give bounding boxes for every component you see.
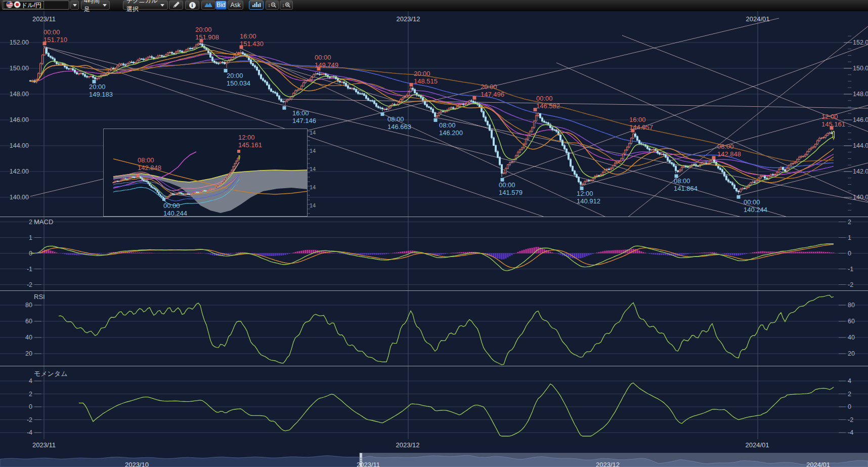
ask-button[interactable]: Ask <box>228 1 243 10</box>
zoom-out-icon: ↕ <box>268 2 277 8</box>
zoom-out-button[interactable]: ↕ <box>266 1 279 10</box>
macd-tick-left: 2 <box>12 219 32 226</box>
price-axis-label-right: 152.00 <box>853 39 868 46</box>
rsi-canvas[interactable] <box>0 291 868 366</box>
svg-text:14: 14 <box>310 202 316 208</box>
inset-annotation: 08:00142.848 <box>138 156 161 172</box>
price-axis-label-left: 152.00 <box>3 39 29 46</box>
price-annotation: 00:00149.749 <box>315 54 338 69</box>
macd-tick-left: -1 <box>12 266 32 273</box>
navigator-month-label: 2023/10 <box>125 461 149 467</box>
price-axis-label-right: 142.00 <box>853 168 868 175</box>
price-annotation: 00:00146.582 <box>536 95 560 110</box>
navigator-month-label: 2023/12 <box>596 461 620 467</box>
us-flag-icon <box>6 1 13 10</box>
panel-divider <box>0 366 868 366</box>
bid-button[interactable]: Bid <box>215 1 227 10</box>
price-annotation: 16:00147.146 <box>292 109 316 124</box>
technical-select-label: テクニカル選択 <box>126 0 158 14</box>
rsi-tick-right: 40 <box>848 334 863 341</box>
info-button[interactable]: i <box>185 1 199 10</box>
price-axis-label-right: 148.00 <box>853 91 868 98</box>
price-annotation: 08:00146.663 <box>387 115 411 131</box>
price-annotation: 00:00151.710 <box>44 28 67 44</box>
rsi-title: RSI <box>34 293 95 301</box>
month-label-bottom: 2024/01 <box>737 441 777 449</box>
price-annotation: 00:00140.244 <box>744 198 767 214</box>
area-chart-button[interactable] <box>201 1 215 10</box>
chevron-down-icon <box>103 4 107 7</box>
price-annotation: 20:00151.908 <box>195 26 219 41</box>
zoom-in-button[interactable]: ↕ <box>280 1 293 10</box>
price-axis-label-right: 150.00 <box>853 65 868 72</box>
price-annotation: 12:00145.161 <box>821 113 845 128</box>
macd-tick-right: 2 <box>848 219 863 226</box>
price-annotation: 20:00147.496 <box>481 83 504 98</box>
svg-text:14: 14 <box>310 184 316 190</box>
price-annotation: 20:00150.034 <box>227 72 250 87</box>
momentum-canvas[interactable] <box>0 366 868 453</box>
timeframe-select[interactable]: 4時間足 <box>81 1 110 10</box>
price-axis-label-right: 146.00 <box>853 116 868 123</box>
chevron-down-icon <box>160 4 164 7</box>
navigator-month-label: 2023/11 <box>357 461 380 467</box>
svg-text:14: 14 <box>310 148 316 154</box>
info-icon: i <box>189 2 196 9</box>
price-annotation: 20:00148.515 <box>414 70 438 85</box>
rsi-tick-right: 20 <box>848 350 863 357</box>
timeframe-label: 4時間足 <box>84 0 101 14</box>
price-annotation: 00:00141.579 <box>499 181 523 196</box>
momentum-tick-right: 4 <box>848 377 863 385</box>
macd-tick-right: -1 <box>848 266 863 273</box>
month-label-top: 2023/12 <box>388 15 428 23</box>
momentum-tick-left: -2 <box>12 416 32 423</box>
fx-chart-app: ドル/円 4時間足 テクニカル選択 i Bid <box>0 0 868 467</box>
price-axis-label-left: 150.00 <box>3 65 29 72</box>
bid-label: Bid <box>216 2 225 9</box>
price-axis-label-left: 146.00 <box>3 116 29 123</box>
rsi-tick-left: 80 <box>12 302 32 309</box>
momentum-tick-left: 2 <box>12 391 32 398</box>
pencil-icon <box>172 1 180 10</box>
macd-tick-right: 0 <box>848 250 863 257</box>
macd-tick-right: 1 <box>848 234 863 241</box>
svg-text:14: 14 <box>310 130 316 136</box>
toolbar: ドル/円 4時間足 テクニカル選択 i Bid <box>0 0 868 11</box>
currency-pair-label: ドル/円 <box>21 1 41 10</box>
macd-tick-right: -2 <box>848 281 863 288</box>
momentum-title: モメンタム <box>34 370 105 377</box>
momentum-tick-left: 0 <box>12 403 32 410</box>
timeline-navigator[interactable]: 2023/102023/112023/122024/01 <box>0 453 868 467</box>
navigator-month-label: 2024/01 <box>806 461 830 467</box>
price-annotation: 16:00144.957 <box>629 116 653 131</box>
price-axis-label-left: 142.00 <box>3 168 29 175</box>
rsi-tick-right: 60 <box>848 318 863 325</box>
rsi-tick-right: 80 <box>848 302 863 309</box>
volume-toggle-button[interactable] <box>249 1 264 10</box>
panel-divider <box>0 217 868 217</box>
chevron-down-icon <box>73 4 77 7</box>
currency-pair-select[interactable]: ドル/円 <box>2 1 69 10</box>
rsi-tick-left: 60 <box>12 318 32 325</box>
macd-tick-left: -2 <box>12 281 32 288</box>
price-annotation: 08:00146.200 <box>439 121 463 137</box>
rsi-tick-left: 40 <box>12 334 32 341</box>
macd-canvas[interactable] <box>0 217 868 290</box>
price-axis-label-left: 140.00 <box>3 194 29 201</box>
technical-select-button[interactable]: テクニカル選択 <box>123 1 168 10</box>
price-annotation: 12:00140.912 <box>577 190 600 205</box>
svg-text:14: 14 <box>310 166 316 172</box>
price-axis-label-left: 144.00 <box>3 142 29 149</box>
momentum-tick-left: 4 <box>12 377 32 385</box>
draw-tool-button[interactable] <box>169 1 183 10</box>
price-annotation: 08:00142.848 <box>717 143 741 158</box>
month-label-bottom: 2023/12 <box>387 441 428 449</box>
area-chart-icon <box>204 2 213 9</box>
month-label-top: 2024/01 <box>737 15 778 23</box>
inset-mini-chart[interactable]: 1414141414 <box>103 129 317 217</box>
price-annotation: 16:00151.430 <box>240 32 264 48</box>
month-label-top: 2023/11 <box>24 15 64 23</box>
price-annotation: 08:00141.864 <box>674 177 698 192</box>
inset-annotation: 00:00140.244 <box>163 202 187 217</box>
pair-dropdown-button[interactable] <box>70 1 79 10</box>
